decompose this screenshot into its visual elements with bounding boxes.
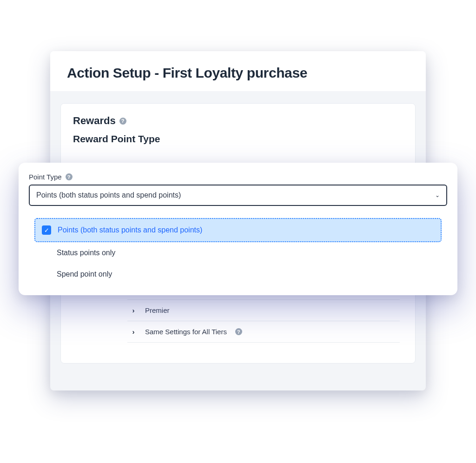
option-spend-only[interactable]: Spend point only (34, 264, 442, 285)
chevron-down-icon: ⌄ (435, 192, 440, 198)
card-titlebar: Action Setup - First Loyalty purchase (50, 51, 426, 91)
select-value: Points (both status points and spend poi… (36, 191, 181, 199)
subsection-title: Reward Point Type (73, 133, 403, 145)
check-icon: ✓ (42, 225, 51, 235)
tier-row-premier[interactable]: › Premier (127, 299, 400, 321)
section-title-text: Rewards (73, 115, 116, 127)
option-label: Points (both status points and spend poi… (58, 226, 202, 234)
page-title: Action Setup - First Loyalty purchase (67, 65, 409, 81)
option-label: Spend point only (57, 270, 112, 278)
tier-label: Premier (145, 306, 170, 314)
chevron-right-icon: › (130, 328, 137, 336)
help-icon[interactable]: ? (119, 118, 126, 125)
option-points-both[interactable]: ✓ Points (both status points and spend p… (34, 218, 442, 242)
option-status-only[interactable]: Status points only (34, 242, 442, 264)
help-icon[interactable]: ? (235, 328, 242, 335)
tier-row-all-tiers[interactable]: › Same Settings for All Tiers ? (127, 321, 400, 343)
point-type-select[interactable]: Points (both status points and spend poi… (29, 185, 447, 206)
point-type-dropdown-card: Point Type ? Points (both status points … (19, 163, 457, 295)
point-type-label-text: Point Type (29, 173, 62, 181)
point-type-label: Point Type ? (29, 173, 447, 181)
option-label: Status points only (57, 249, 115, 257)
chevron-right-icon: › (130, 306, 137, 314)
point-type-options: ✓ Points (both status points and spend p… (29, 218, 447, 291)
tier-label: Same Settings for All Tiers (145, 328, 227, 336)
section-title: Rewards ? (73, 115, 403, 127)
help-icon[interactable]: ? (66, 173, 73, 180)
